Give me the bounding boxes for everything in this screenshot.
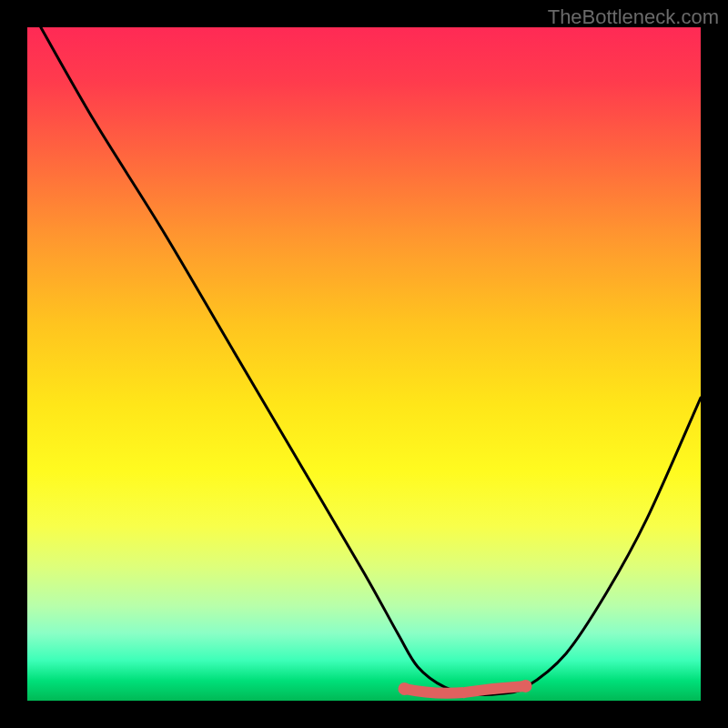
watermark-text: TheBottleneck.com [548, 5, 719, 29]
chart-area [27, 27, 701, 701]
chart-svg [27, 27, 701, 701]
chart-highlight-dot-left [398, 682, 410, 695]
chart-highlight-segment [404, 686, 525, 693]
chart-curve [41, 27, 701, 695]
chart-highlight-dot-right [520, 680, 532, 693]
